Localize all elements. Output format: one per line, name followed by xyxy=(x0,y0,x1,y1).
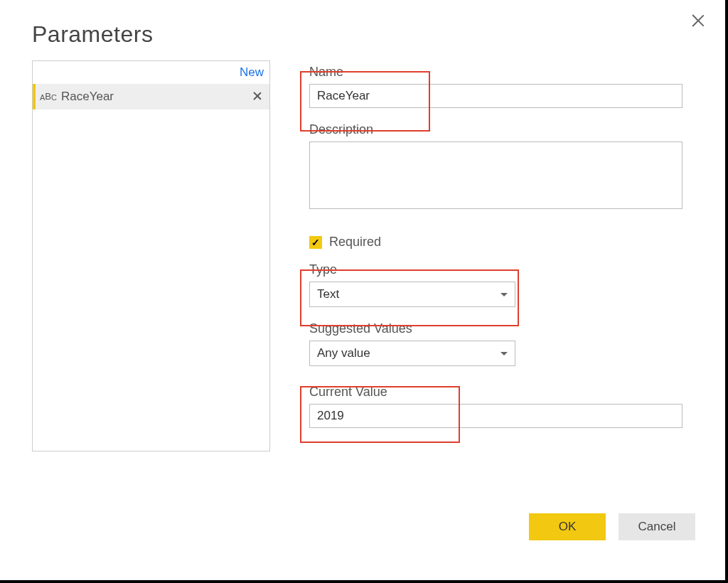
type-field-block: Type Text xyxy=(309,262,693,307)
type-dropdown[interactable]: Text xyxy=(309,282,515,307)
suggested-values-field-block: Suggested Values Any value xyxy=(309,321,693,366)
type-dropdown-value: Text xyxy=(317,287,339,301)
parameter-row[interactable]: ABC RaceYear xyxy=(33,84,269,109)
cancel-button[interactable]: Cancel xyxy=(619,513,695,540)
text-type-icon: ABC xyxy=(40,92,55,102)
type-label: Type xyxy=(309,262,693,277)
parameters-dialog: Parameters New ABC RaceYear Name Descrip… xyxy=(0,0,728,583)
required-checkbox[interactable]: ✓ xyxy=(309,236,322,249)
name-input[interactable] xyxy=(309,84,682,108)
remove-parameter-icon[interactable] xyxy=(251,90,264,103)
description-label: Description xyxy=(309,122,693,137)
chevron-down-icon xyxy=(500,293,508,296)
suggested-values-value: Any value xyxy=(317,346,370,360)
current-value-field-block: Current Value xyxy=(309,385,693,428)
dialog-buttons: OK Cancel xyxy=(529,513,695,540)
parameter-form: Name Description ✓ Required Type Text Su… xyxy=(309,60,693,451)
current-value-input[interactable] xyxy=(309,404,682,428)
description-field-block: Description xyxy=(309,122,693,212)
parameters-list-panel: New ABC RaceYear xyxy=(32,60,270,451)
chevron-down-icon xyxy=(500,352,508,355)
close-icon[interactable] xyxy=(691,14,705,28)
parameter-name: RaceYear xyxy=(61,90,245,104)
new-parameter-link[interactable]: New xyxy=(240,65,264,80)
current-value-label: Current Value xyxy=(309,385,693,400)
name-label: Name xyxy=(309,65,693,80)
suggested-values-label: Suggested Values xyxy=(309,321,693,336)
list-header: New xyxy=(33,61,269,84)
ok-button[interactable]: OK xyxy=(529,513,606,540)
name-field-block: Name xyxy=(309,65,693,108)
description-input[interactable] xyxy=(309,141,682,209)
dialog-title: Parameters xyxy=(32,21,693,48)
suggested-values-dropdown[interactable]: Any value xyxy=(309,341,515,366)
required-label: Required xyxy=(329,235,381,250)
dialog-content: New ABC RaceYear Name Description ✓ Requ… xyxy=(32,60,693,451)
required-checkbox-row: ✓ Required xyxy=(309,235,693,250)
